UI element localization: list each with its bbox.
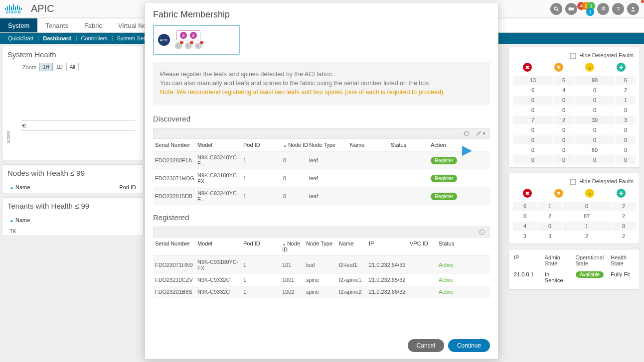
table-row[interactable]: TK [8, 227, 137, 236]
col-name[interactable]: ▲ Name [8, 215, 137, 226]
table-row[interactable]: 72303 [513, 116, 636, 124]
hdr-oper: Operational State [575, 254, 604, 266]
col-model[interactable]: Model [197, 142, 243, 148]
nav-tab-fabric[interactable]: Fabric [76, 18, 110, 32]
nodes-health-title: Nodes with Health ≤ 99 [7, 169, 138, 177]
topo-nodes: S S L L L [175, 30, 202, 49]
sort-asc-icon: ▲ [9, 218, 14, 223]
table-row[interactable]: 3322 [513, 232, 636, 241]
user-icon[interactable] [627, 3, 639, 15]
dropdown-caret-icon[interactable]: ▾ [483, 131, 485, 136]
alert-info-badge[interactable]: 1 [586, 8, 594, 16]
topology-preview[interactable]: APIC S S L L L [153, 25, 240, 55]
table-row[interactable]: FDO23071HQGN9K-C93180YC-FX10leafRegister [153, 169, 490, 187]
help-icon[interactable]: ? [612, 3, 624, 15]
table-row[interactable]: 0000 [513, 106, 636, 115]
col-pod[interactable]: Pod ID [79, 182, 137, 193]
col-model[interactable]: Model [197, 241, 243, 252]
table-row[interactable]: FDO232815DBN9K-C93240YC-F...10leafRegist… [153, 187, 490, 205]
col-node[interactable]: ▲Node ID [282, 241, 306, 252]
col-serial[interactable]: Serial Number [155, 241, 197, 252]
subnav-quickstart[interactable]: QuickStart [4, 35, 37, 41]
val-health: Fully Fit [611, 271, 635, 283]
spine-node-icon: S [180, 32, 187, 39]
fault-badge-icon [200, 41, 203, 44]
col-name[interactable]: Name [350, 142, 391, 148]
table-row[interactable]: 02872 [513, 212, 636, 221]
gear-icon[interactable]: ✲ [597, 3, 609, 15]
svg-rect-2 [569, 7, 572, 10]
top-icons: 4 2 1 1 ✲ ? [550, 2, 639, 16]
subnav-dashboard[interactable]: Dashboard [39, 35, 75, 41]
col-ip[interactable]: IP [369, 241, 410, 252]
table-row[interactable]: FDO23280F1AN9K-C93240YC-F...10leafRegist… [153, 151, 490, 169]
hide-delegated-checkbox-1[interactable] [570, 53, 576, 59]
hide-delegated-checkbox-2[interactable] [570, 179, 576, 185]
register-button[interactable]: Register [431, 193, 457, 200]
col-serial[interactable]: Serial Number [155, 142, 197, 148]
alert-cluster[interactable]: 4 2 1 1 [580, 2, 594, 16]
tools-icon[interactable] [475, 130, 482, 137]
critical-icon: ✖ [523, 189, 532, 198]
refresh-icon[interactable] [479, 229, 485, 236]
nav-tab-system[interactable]: System [0, 18, 37, 32]
table-row[interactable]: FDO23210CZVN9K-C9332C11001spinef2-spine1… [153, 274, 490, 286]
faults-block-1: Hide Delegated Faults ✖ ▼ ▲ ✚ 1369066402… [508, 47, 640, 168]
hdr-ip: IP [514, 254, 538, 266]
major-icon: ▼ [554, 63, 563, 72]
register-button[interactable]: Register [431, 157, 457, 164]
register-button[interactable]: Register [431, 175, 457, 182]
table-row[interactable]: FDO23071HN9N9K-C93180YC-FX1101leaff2-lea… [153, 256, 490, 274]
nav-tab-tenants[interactable]: Tenants [37, 18, 76, 32]
col-action[interactable]: Action [431, 142, 466, 148]
tenants-health-panel: Tenants with Health ≤ 99 ▲ Name TK [2, 197, 144, 236]
video-icon[interactable] [565, 3, 577, 15]
state-data-row[interactable]: 21.0.0.1 In Service Available Fully Fit [512, 269, 637, 287]
table-row[interactable]: 4010 [513, 222, 636, 231]
zoom-all[interactable]: All [66, 63, 79, 71]
subnav-controllers[interactable]: Controllers [77, 35, 112, 41]
col-name[interactable]: Name [339, 241, 369, 252]
col-status[interactable]: Status [439, 241, 474, 252]
table-row[interactable]: 0000 [513, 125, 636, 134]
col-vpc[interactable]: VPC ID [410, 241, 439, 252]
zoom-1d[interactable]: 1D [53, 63, 66, 71]
state-block: IP Admin State Operational State Health … [508, 249, 640, 290]
health-chart[interactable] [21, 76, 135, 121]
table-row[interactable]: 6102 [513, 202, 636, 211]
cancel-button[interactable]: Cancel [408, 339, 444, 352]
fault-icons-row: ✖ ▼ ▲ ✚ [512, 62, 637, 75]
search-icon[interactable] [550, 3, 562, 15]
registered-header: Serial Number Model Pod ID ▲Node ID Node… [153, 238, 490, 256]
table-row[interactable]: FDO23201B8SN9K-C9332C11002spinef2-spine2… [153, 286, 490, 298]
col-type[interactable]: Node Type [306, 241, 339, 252]
col-status[interactable]: Status [391, 142, 431, 148]
oper-state-pill: Available [576, 271, 604, 278]
col-pod[interactable]: Pod ID [243, 241, 282, 252]
refresh-icon[interactable] [463, 130, 470, 137]
fabric-membership-modal: Fabric Membership APIC S S L L L Please … [145, 2, 498, 360]
faults-table-1: 1369066402000100007230300000000006000000 [512, 75, 637, 165]
timeline-selector-icon[interactable] [23, 124, 26, 128]
continue-button[interactable]: Continue [448, 339, 490, 352]
zoom-buttons: 1H 1D All [39, 63, 79, 71]
corner-indicator [641, 0, 644, 3]
table-row[interactable]: 0001 [513, 96, 636, 105]
col-type[interactable]: Node Type [309, 142, 350, 148]
table-row[interactable]: 0000 [513, 135, 636, 144]
table-row[interactable]: 6402 [513, 86, 636, 95]
tenants-health-table: ▲ Name TK [7, 214, 138, 237]
state-header-row: IP Admin State Operational State Health … [512, 251, 637, 269]
info-icon: ✚ [617, 189, 626, 198]
col-pod[interactable]: Pod ID [243, 142, 283, 148]
col-node[interactable]: ▲Node ID [283, 142, 309, 148]
table-row[interactable]: 136906 [513, 76, 636, 85]
discovered-title: Discovered [145, 113, 498, 125]
discovered-header: Serial Number Model Pod ID ▲Node ID Node… [153, 139, 490, 151]
table-row[interactable]: 0000 [513, 155, 636, 164]
table-row[interactable]: 00600 [513, 145, 636, 154]
col-name[interactable]: ▲ Name [8, 182, 78, 193]
chart-mini-timeline[interactable] [21, 124, 135, 131]
hdr-admin: Admin State [545, 254, 569, 266]
zoom-1h[interactable]: 1H [39, 63, 53, 71]
